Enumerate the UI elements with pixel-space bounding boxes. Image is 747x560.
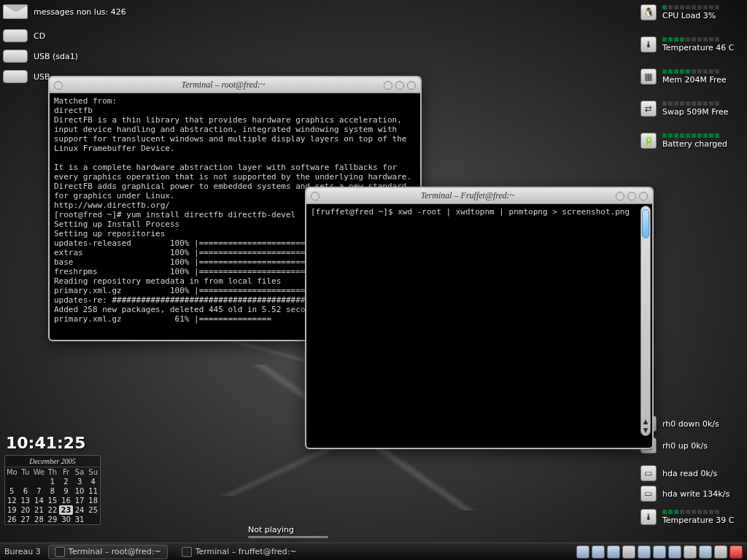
calendar-day[interactable]: 11	[86, 486, 100, 496]
usb1-label: USB (sda1)	[34, 52, 78, 61]
terminal-icon	[55, 547, 65, 557]
titlebar[interactable]: Terminal – Fruffet@fred:~	[306, 188, 652, 204]
calendar-day[interactable]: 31	[73, 515, 87, 524]
calendar-day[interactable]: 30	[59, 515, 73, 524]
close-button[interactable]	[407, 81, 416, 90]
calendar-day[interactable]	[19, 477, 33, 486]
taskbar-task-terminal-root[interactable]: Terminal – root@fred:~	[48, 545, 168, 559]
thermometer-icon: 🌡	[640, 509, 657, 525]
calendar-day[interactable]: 6	[19, 486, 33, 496]
calendar-day[interactable]	[5, 477, 19, 486]
thermometer-icon: 🌡	[640, 36, 657, 52]
desklet-messages[interactable]: messages non lus: 426	[3, 4, 126, 19]
calendar-day[interactable]: 1	[46, 477, 60, 486]
taskbar-task-terminal-fruffet[interactable]: Terminal – fruffet@fred:~	[175, 545, 303, 559]
calendar-day[interactable]: 18	[86, 496, 100, 505]
player-progress[interactable]	[248, 536, 328, 538]
task-label: Terminal – root@fred:~	[69, 547, 161, 556]
calendar-day[interactable]: 4	[86, 477, 100, 486]
calendar-day[interactable]: 15	[46, 496, 60, 505]
terminal-output[interactable]: [fruffet@fred ~]$ xwd -root | xwdtopnm |…	[306, 204, 652, 219]
scrollbar[interactable]: ▲ ▼	[640, 206, 651, 436]
monitor-hda-write: ▭ hda write 134k/s	[640, 486, 743, 502]
calendar-day[interactable]: 12	[5, 496, 19, 505]
disk-icon: ▭	[640, 465, 657, 481]
calendar-day[interactable]: 10	[73, 486, 87, 496]
calendar-day[interactable]	[86, 515, 100, 524]
tray-icon[interactable]	[576, 545, 589, 559]
tray-icon[interactable]	[653, 545, 666, 559]
scrollbar-thumb[interactable]	[642, 209, 649, 238]
battery-icon: 🔋	[640, 133, 657, 149]
monitor-cpu: 🐧 CPU Load 3%	[640, 4, 743, 20]
calendar-day[interactable]: 3	[73, 477, 87, 486]
hdar-label: hda read 0k/s	[662, 469, 743, 478]
tray-logout-icon[interactable]	[729, 545, 743, 559]
calendar-day[interactable]: 22	[46, 505, 60, 515]
calendar-day[interactable]: 8	[46, 486, 60, 496]
usb-icon	[3, 50, 28, 63]
calendar-day[interactable]: 27	[19, 515, 33, 524]
calendar-day[interactable]: 14	[32, 496, 46, 505]
calendar-grid: MoTuWeThFrSaSu 1234567891011121314151617…	[5, 467, 100, 524]
calendar-day[interactable]: 23	[59, 505, 73, 515]
calendar-day[interactable]	[32, 477, 46, 486]
minimize-button[interactable]	[384, 81, 392, 90]
calendar-day[interactable]: 26	[5, 515, 19, 524]
minimize-button[interactable]	[616, 192, 624, 201]
scroll-down-icon[interactable]: ▼	[641, 427, 650, 435]
penguin-icon: 🐧	[640, 4, 657, 20]
tray-icon[interactable]	[638, 545, 651, 559]
temp2-label: Temperature 39 C	[662, 516, 734, 525]
maximize-button[interactable]	[395, 81, 404, 90]
maximize-button[interactable]	[627, 192, 636, 201]
tray-icon[interactable]	[668, 545, 681, 559]
tray-icon[interactable]	[699, 545, 712, 559]
calendar-day[interactable]: 17	[73, 496, 87, 505]
clock: 10:41:25	[6, 434, 85, 452]
tray-icon[interactable]	[592, 545, 605, 559]
tray-icon[interactable]	[607, 545, 620, 559]
cpu-label: CPU Load 3%	[662, 11, 716, 20]
cd-icon	[3, 29, 28, 42]
calendar-day[interactable]: 20	[19, 505, 33, 515]
menu-button[interactable]	[54, 81, 63, 90]
monitor-battery: 🔋 Battery charged	[640, 133, 743, 149]
monitor-net-down: ▼ rh0 down 0k/s	[640, 416, 743, 432]
calendar-day[interactable]: 21	[32, 505, 46, 515]
calendar-day[interactable]: 16	[59, 496, 73, 505]
calendar-day[interactable]: 13	[19, 496, 33, 505]
monitor-swap: ⇄ Swap 509M Free	[640, 101, 743, 117]
titlebar[interactable]: Terminal – root@fred:~	[50, 77, 420, 93]
monitor-net-up: ▲ rh0 up 0k/s	[640, 438, 743, 454]
tray-icon[interactable]	[684, 545, 697, 559]
desklet-usb2[interactable]: USB	[3, 70, 50, 83]
calendar-day[interactable]: 25	[86, 505, 100, 515]
tray-icon[interactable]	[622, 545, 635, 559]
taskbar[interactable]: Bureau 3 Terminal – root@fred:~ Terminal…	[0, 542, 747, 560]
desklet-cd[interactable]: CD	[3, 29, 45, 42]
desklet-usb1[interactable]: USB (sda1)	[3, 50, 78, 63]
swap-icon: ⇄	[640, 101, 657, 117]
mail-icon	[3, 4, 28, 19]
window-title: Terminal – root@fred:~	[182, 79, 266, 90]
calendar-day[interactable]: 19	[5, 505, 19, 515]
scroll-up-icon[interactable]: ▲	[641, 418, 650, 427]
workspace-label[interactable]: Bureau 3	[4, 547, 41, 556]
terminal-window-fruffet[interactable]: Terminal – Fruffet@fred:~ [fruffet@fred …	[305, 187, 654, 449]
messages-label: messages non lus: 426	[34, 7, 126, 17]
calendar-day[interactable]: 24	[73, 505, 87, 515]
calendar[interactable]: December 2005 MoTuWeThFrSaSu 12345678910…	[4, 455, 101, 525]
calendar-day[interactable]: 28	[32, 515, 46, 524]
calendar-day[interactable]: 29	[46, 515, 60, 524]
tray-icon[interactable]	[714, 545, 727, 559]
close-button[interactable]	[639, 192, 648, 201]
monitor-mem: ▦ Mem 204M Free	[640, 69, 743, 85]
calendar-title: December 2005	[5, 456, 100, 467]
calendar-day[interactable]: 9	[59, 486, 73, 496]
calendar-day[interactable]: 7	[32, 486, 46, 496]
calendar-day[interactable]: 2	[59, 477, 73, 486]
calendar-day[interactable]: 5	[5, 486, 19, 496]
mem-label: Mem 204M Free	[662, 75, 727, 85]
menu-button[interactable]	[311, 192, 320, 201]
